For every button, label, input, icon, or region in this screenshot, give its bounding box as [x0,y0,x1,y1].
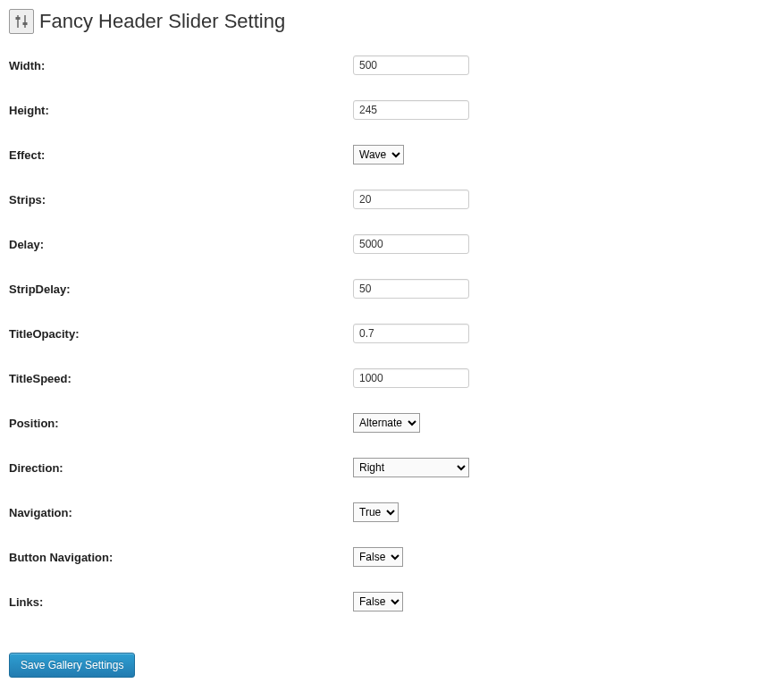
row-delay: Delay: [9,222,509,266]
stripdelay-input[interactable] [353,279,469,299]
row-stripdelay: StripDelay: [9,266,509,311]
label-navigation: Navigation: [9,490,353,535]
svg-rect-2 [16,17,21,20]
row-strips: Strips: [9,177,509,222]
page-header: Fancy Header Slider Setting [9,9,748,34]
direction-select[interactable]: Right [353,458,469,477]
page-title: Fancy Header Slider Setting [39,10,285,33]
svg-rect-1 [24,15,26,28]
titlespeed-input[interactable] [353,368,469,388]
position-select[interactable]: Alternate [353,413,420,433]
row-navigation: Navigation: True [9,490,509,535]
row-height: Height: [9,88,509,132]
label-height: Height: [9,88,353,132]
height-input[interactable] [353,100,469,120]
label-links: Links: [9,579,353,624]
label-effect: Effect: [9,132,353,177]
label-titlespeed: TitleSpeed: [9,356,353,401]
row-links: Links: False [9,579,509,624]
navigation-select[interactable]: True [353,502,399,522]
save-gallery-settings-button[interactable]: Save Gallery Settings [9,653,135,678]
label-titleopacity: TitleOpacity: [9,311,353,356]
svg-rect-3 [23,22,28,25]
effect-select[interactable]: Wave [353,145,404,164]
label-stripdelay: StripDelay: [9,266,353,311]
settings-form: Width: Height: Effect: Wave Strips: Dela… [9,43,509,624]
row-titlespeed: TitleSpeed: [9,356,509,401]
label-width: Width: [9,43,353,88]
strips-input[interactable] [353,190,469,209]
buttonnavigation-select[interactable]: False [353,547,403,567]
label-delay: Delay: [9,222,353,266]
titleopacity-input[interactable] [353,324,469,343]
width-input[interactable] [353,55,469,75]
label-position: Position: [9,401,353,445]
row-titleopacity: TitleOpacity: [9,311,509,356]
row-direction: Direction: Right [9,445,509,490]
label-strips: Strips: [9,177,353,222]
settings-sliders-icon [9,9,34,34]
row-effect: Effect: Wave [9,132,509,177]
label-buttonnavigation: Button Navigation: [9,535,353,579]
row-position: Position: Alternate [9,401,509,445]
links-select[interactable]: False [353,592,403,611]
delay-input[interactable] [353,234,469,254]
row-buttonnavigation: Button Navigation: False [9,535,509,579]
row-width: Width: [9,43,509,88]
label-direction: Direction: [9,445,353,490]
